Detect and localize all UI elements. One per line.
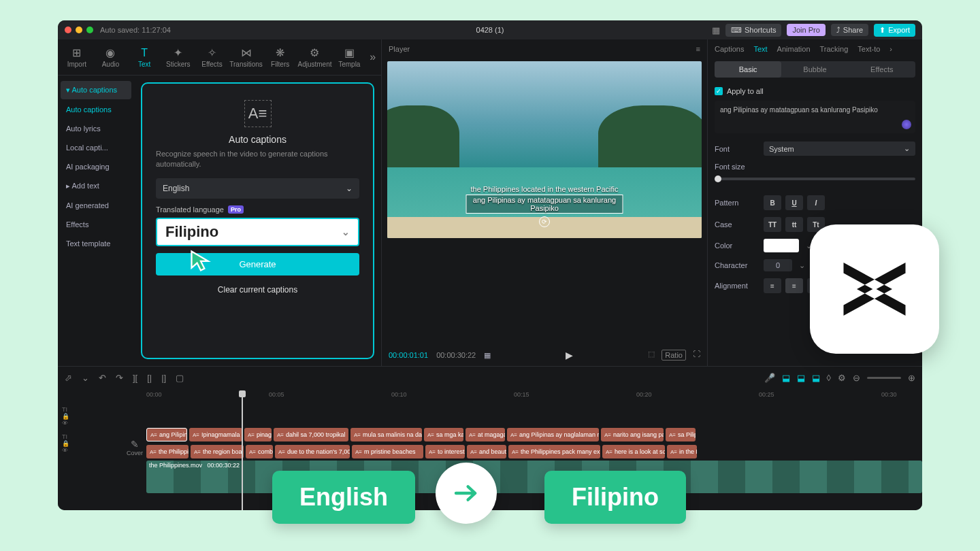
tab-audio[interactable]: ◉Audio [95, 44, 127, 71]
link-icon[interactable]: ⬓ [797, 373, 805, 383]
caption-track-2[interactable]: A≡the PhilippiA≡the region boaA≡combA≡du… [146, 444, 922, 458]
caption-clip[interactable]: A≡in the P [667, 445, 697, 458]
caption-clip[interactable]: A≡pinag [244, 428, 272, 441]
caption-clip[interactable]: A≡ang Pilipinas ay naglalaman n [507, 428, 599, 441]
play-button[interactable]: ▶ [566, 350, 573, 361]
snap-icon[interactable]: ⬓ [812, 373, 820, 383]
sync-icon[interactable]: ⟳ [539, 216, 550, 227]
grid-icon[interactable]: ▦ [484, 351, 491, 360]
caption-clip[interactable]: A≡at magaga [466, 428, 505, 441]
settings-icon[interactable]: ⚙ [838, 373, 846, 383]
align-center[interactable]: ≡ [785, 278, 803, 293]
sidebar-item-localcaptions[interactable]: Local capti... [61, 139, 131, 156]
delete-tool[interactable]: ▢ [176, 373, 184, 383]
sidebar-item-texttemplate[interactable]: Text template [61, 235, 131, 252]
magnet-icon[interactable]: ⬓ [782, 373, 790, 383]
subtab-effects[interactable]: Effects [849, 61, 915, 78]
color-swatch[interactable] [764, 239, 799, 252]
join-pro-button[interactable]: Join Pro [787, 24, 825, 36]
cover-button[interactable]: ✎Cover [125, 439, 145, 456]
zoom-out[interactable]: ⊖ [853, 373, 860, 383]
more-tabs-icon[interactable]: » [367, 51, 378, 63]
rtab-captions[interactable]: Captions [715, 45, 744, 53]
caption-clip[interactable]: A≡and beaut [467, 445, 506, 458]
trim-left[interactable]: [| [147, 373, 152, 383]
pointer-tool[interactable]: ⬀ [65, 373, 72, 383]
sidebar-item-aigenerated[interactable]: AI generated [61, 197, 131, 214]
sidebar-item-addtext[interactable]: ▸ Add text [61, 177, 131, 195]
tab-filters[interactable]: ❋Filters [264, 44, 297, 71]
fullscreen-icon[interactable]: ⛶ [693, 350, 700, 361]
export-button[interactable]: ⬆ Export [874, 24, 915, 37]
character-spacing-input[interactable]: 0 [764, 259, 792, 271]
mic-icon[interactable]: 🎤 [764, 373, 775, 383]
sidebar-item-autolyrics[interactable]: Auto lyrics [61, 120, 131, 137]
caption-clip[interactable]: A≡here is a look at so [602, 445, 665, 458]
ratio-button[interactable]: Ratio [662, 350, 686, 361]
underline-button[interactable]: U [785, 195, 803, 210]
caption-clip[interactable]: A≡due to the nation's 7,00 [275, 445, 350, 458]
tab-stickers[interactable]: ✦Stickers [162, 44, 195, 71]
generate-button[interactable]: Generate [156, 253, 359, 276]
caption-track-1[interactable]: A≡ang PilipinaA≡IpinagmamalaA≡pinagA≡dah… [146, 427, 922, 441]
caption-clip[interactable]: A≡narito ang isang pa [601, 428, 664, 441]
subtitle-line-2[interactable]: ang Pilipinas ay matatagpuan sa kanluran… [466, 195, 623, 214]
sidebar-item-effects[interactable]: Effects [61, 216, 131, 233]
caption-clip[interactable]: A≡the Philippines pack many ex [508, 445, 600, 458]
caption-text-input[interactable]: ang Pilipinas ay matatagpuan sa kanluran… [715, 101, 915, 133]
caption-clip[interactable]: A≡comb [246, 445, 273, 458]
redo-button[interactable]: ↷ [116, 373, 123, 383]
caption-clip[interactable]: A≡mula sa malinis na da [350, 428, 422, 441]
zoom-slider[interactable] [867, 377, 901, 379]
align-left[interactable]: ≡ [764, 278, 781, 293]
case-lower[interactable]: tt [785, 217, 803, 232]
source-language-select[interactable]: English⌄ [156, 178, 359, 199]
apply-to-all-checkbox[interactable]: ✓Apply to all [715, 87, 915, 95]
rtab-tracking[interactable]: Tracking [820, 45, 849, 53]
target-language-select[interactable]: Filipino⌄ [156, 218, 359, 246]
sidebar-item-autocaptions-group[interactable]: ▾ Auto captions [61, 81, 131, 99]
crop-icon[interactable]: ⬚ [648, 350, 655, 361]
caption-clip[interactable]: A≡dahil sa 7,000 tropikal [274, 428, 348, 441]
italic-button[interactable]: I [807, 195, 825, 210]
more-icon[interactable]: › [889, 45, 892, 53]
caption-clip[interactable]: A≡Ipinagmamala [189, 428, 242, 441]
rtab-textto[interactable]: Text-to [858, 45, 880, 53]
rtab-text[interactable]: Text [753, 45, 767, 53]
window-controls[interactable] [65, 27, 93, 33]
zoom-in[interactable]: ⊕ [908, 373, 915, 383]
trim-right[interactable]: |] [161, 373, 166, 383]
caption-clip[interactable]: A≡m pristine beaches [352, 445, 423, 458]
case-upper[interactable]: TT [764, 217, 781, 232]
caption-clip[interactable]: A≡to interestin [425, 445, 465, 458]
playhead[interactable] [242, 393, 243, 510]
time-ruler[interactable]: 00:0000:0500:1000:1500:2000:2500:30 [146, 388, 922, 402]
marker-icon[interactable]: ◊ [827, 373, 831, 383]
caption-clip[interactable]: A≡sa mga kav [424, 428, 463, 441]
player-menu-icon[interactable]: ≡ [696, 45, 700, 53]
tab-import[interactable]: ⊞Import [61, 44, 93, 71]
clear-captions-button[interactable]: Clear current captions [156, 281, 359, 299]
video-preview[interactable]: the Philippines located in the western P… [387, 61, 702, 238]
fontsize-slider[interactable] [715, 178, 915, 180]
split-tool[interactable]: ][ [133, 373, 137, 383]
subtab-bubble[interactable]: Bubble [781, 61, 848, 78]
share-button[interactable]: ⤴ Share [831, 24, 868, 36]
video-track[interactable]: the Philippines.mov 00:00:30:22 [146, 461, 922, 493]
undo-button[interactable]: ↶ [99, 373, 106, 383]
shortcuts-button[interactable]: ⌨ Shortcuts [725, 24, 781, 37]
caption-clip[interactable]: A≡the Philippi [146, 445, 189, 458]
ai-orb-icon[interactable] [902, 120, 911, 129]
sidebar-item-aipackaging[interactable]: AI packaging [61, 158, 131, 176]
caption-clip[interactable]: A≡sa Pilip [666, 428, 696, 441]
tab-adjustment[interactable]: ⚙Adjustment [297, 44, 331, 71]
font-select[interactable]: System⌄ [764, 141, 915, 156]
layout-icon[interactable]: ▦ [712, 25, 720, 35]
tab-effects[interactable]: ✧Effects [196, 44, 229, 71]
rtab-animation[interactable]: Animation [777, 45, 811, 53]
caption-clip[interactable]: A≡the region boa [191, 445, 244, 458]
bold-button[interactable]: B [764, 195, 781, 210]
tab-transitions[interactable]: ⋈Transitions [229, 44, 263, 71]
caption-clip[interactable]: A≡ang Pilipina [146, 428, 187, 441]
sidebar-item-autocaptions[interactable]: Auto captions [61, 101, 131, 118]
